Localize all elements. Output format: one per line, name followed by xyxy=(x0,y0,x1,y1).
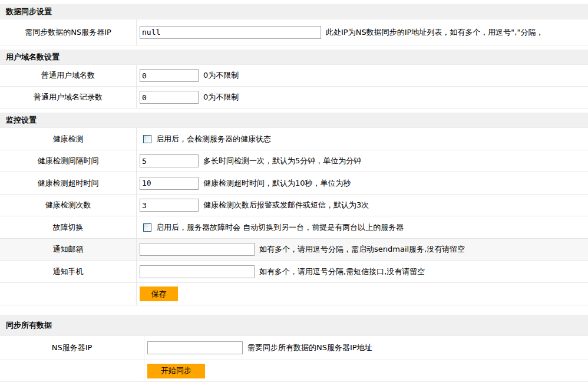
save-button[interactable]: 保存 xyxy=(140,286,178,301)
check-interval-input[interactable] xyxy=(140,154,199,167)
section-header-data-sync: 数据同步设置 xyxy=(0,4,588,19)
hint-check-timeout: 健康检测超时时间，默认为10秒，单位为秒 xyxy=(203,178,351,189)
row-notify-phone: 通知手机 如有多个，请用逗号分隔,需短信接口,没有请留空 xyxy=(0,261,588,283)
row-user-domain-count: 普通用户域名数 0为不限制 xyxy=(0,65,588,87)
row-failover: 故障切换 启用后，服务器故障时会 自动切换到另一台，前提是有两台以上的服务器 xyxy=(0,216,588,239)
ns-sync-ip-input[interactable] xyxy=(140,26,321,39)
label-user-record-count: 普通用户域名记录数 xyxy=(0,87,137,108)
row-notify-email: 通知邮箱 如有多个，请用逗号分隔，需启动sendmail服务,没有请留空 xyxy=(0,239,588,261)
health-check-checkbox[interactable] xyxy=(143,135,151,143)
row-check-timeout: 健康检测超时时间 健康检测超时时间，默认为10秒，单位为秒 xyxy=(0,172,588,195)
hint-health-check: 启用后，会检测服务器的健康状态 xyxy=(156,134,271,144)
hint-notify-phone: 如有多个，请用逗号分隔,需短信接口,没有请留空 xyxy=(259,266,425,277)
label-check-interval: 健康检测间隔时间 xyxy=(0,150,137,172)
row-start-sync: 开始同步 xyxy=(0,360,588,382)
main-settings-table: 数据同步设置 需同步数据的NS服务器IP 此处IP为NS数据同步的IP地址列表，… xyxy=(0,4,588,305)
row-check-interval: 健康检测间隔时间 多长时间检测一次，默认为5分钟，单位为分钟 xyxy=(0,150,588,172)
label-check-timeout: 健康检测超时时间 xyxy=(0,172,137,194)
row-user-record-count: 普通用户域名记录数 0为不限制 xyxy=(0,87,588,108)
label-check-times: 健康检测次数 xyxy=(0,195,137,216)
label-health-check: 健康检测 xyxy=(0,128,137,150)
label-empty xyxy=(0,360,144,381)
hint-failover: 启用后，服务器故障时会 自动切换到另一台，前提是有两台以上的服务器 xyxy=(156,222,404,233)
user-record-count-input[interactable] xyxy=(140,91,199,104)
notify-email-input[interactable] xyxy=(140,243,255,256)
hint-check-times: 健康检测次数后报警或发邮件或短信，默认为3次 xyxy=(203,200,369,210)
section-header-user-domain: 用户域名数设置 xyxy=(0,50,588,65)
ns-server-ip-input[interactable] xyxy=(147,341,243,354)
row-save: 保存 xyxy=(0,283,588,305)
row-check-times: 健康检测次数 健康检测次数后报警或发邮件或短信，默认为3次 xyxy=(0,195,588,216)
section-gap xyxy=(0,108,588,113)
check-timeout-input[interactable] xyxy=(140,177,199,190)
notify-phone-input[interactable] xyxy=(140,265,255,278)
hint-user-domain-count: 0为不限制 xyxy=(203,70,239,81)
row-health-check: 健康检测 启用后，会检测服务器的健康状态 xyxy=(0,128,588,150)
hint-check-interval: 多长时间检测一次，默认为5分钟，单位为分钟 xyxy=(203,156,361,166)
label-user-domain-count: 普通用户域名数 xyxy=(0,65,137,86)
table-gap xyxy=(0,305,588,315)
hint-user-record-count: 0为不限制 xyxy=(203,92,239,103)
label-notify-phone: 通知手机 xyxy=(0,261,137,282)
failover-checkbox[interactable] xyxy=(143,223,151,232)
sync-all-table: 同步所有数据 NS服务器IP 需要同步所有数据的NS服务器IP地址 开始同步 xyxy=(0,315,588,382)
check-times-input[interactable] xyxy=(140,199,199,212)
section-gap xyxy=(0,45,588,50)
hint-ns-server-ip: 需要同步所有数据的NS服务器IP地址 xyxy=(247,343,372,353)
row-ns-server-ip: NS服务器IP 需要同步所有数据的NS服务器IP地址 xyxy=(0,336,588,360)
hint-notify-email: 如有多个，请用逗号分隔，需启动sendmail服务,没有请留空 xyxy=(259,244,465,255)
start-sync-button[interactable]: 开始同步 xyxy=(147,364,205,378)
label-failover: 故障切换 xyxy=(0,216,137,238)
section-header-monitor: 监控设置 xyxy=(0,113,588,128)
label-empty xyxy=(0,283,137,305)
label-ns-sync-ip: 需同步数据的NS服务器IP xyxy=(0,19,137,45)
label-ns-server-ip: NS服务器IP xyxy=(0,336,144,360)
row-ns-sync-ip: 需同步数据的NS服务器IP 此处IP为NS数据同步的IP地址列表，如有多个，用逗… xyxy=(0,19,588,45)
section-header-sync-all: 同步所有数据 xyxy=(0,315,588,336)
hint-ns-sync-ip: 此处IP为NS数据同步的IP地址列表，如有多个，用逗号","分隔， xyxy=(326,27,543,38)
label-notify-email: 通知邮箱 xyxy=(0,239,137,260)
user-domain-count-input[interactable] xyxy=(140,69,199,82)
